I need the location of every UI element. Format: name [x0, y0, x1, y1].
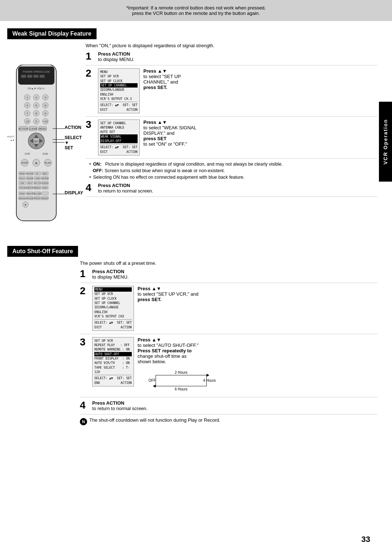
svg-text:REW: REW	[20, 173, 25, 175]
important-line1: *Important: If a remote control button d…	[15, 5, 377, 11]
step-3-weak: 3 SET UP CHANNEL ANTENNA CABLE AUTO SET …	[86, 119, 377, 159]
svg-text:8: 8	[36, 112, 37, 115]
svg-rect-5	[33, 75, 38, 78]
weak-signal-title: Weak Signal Display Feature	[7, 28, 97, 39]
svg-text:4 Hours: 4 Hours	[203, 378, 216, 382]
svg-text:STOP: STOP	[21, 162, 28, 164]
step-4-weak: 4 Press ACTION to return to normal scree…	[86, 183, 377, 197]
step1a-desc: to display MENU.	[92, 274, 377, 280]
svg-text:PROG.: PROG.	[34, 197, 41, 199]
svg-text:▲▼: ▲▼	[10, 139, 15, 141]
step3a-desc3: change shut-off time as	[138, 353, 377, 359]
svg-text:5: 5	[36, 104, 37, 107]
step3a-desc1: to select "AUTO SHUT-OFF."	[138, 343, 377, 348]
svg-text:CH▲▼ VOL+/-: CH▲▼ VOL+/-	[28, 87, 45, 90]
step1-press: Press ACTION	[98, 51, 130, 57]
step4a-desc: to return to normal screen.	[92, 406, 377, 411]
svg-text:PAUSE: PAUSE	[26, 197, 33, 199]
svg-rect-6	[40, 75, 45, 78]
note-box: N The shut-off countdown will not functi…	[80, 417, 377, 425]
step3w-desc1: to select "WEAK SIGNAL	[143, 125, 377, 130]
svg-rect-93	[42, 192, 48, 195]
svg-text:1: 1	[26, 96, 28, 99]
svg-rect-3	[21, 75, 26, 78]
svg-text:6 Hours: 6 Hours	[175, 387, 187, 391]
svg-text:CM: CM	[20, 182, 24, 184]
svg-text:0: 0	[36, 120, 37, 123]
svg-text:TITLE: TITLE	[19, 187, 25, 189]
screen-step2-weak: MENU SET UP VCR SET UP CLOCK SET UP CHAN…	[98, 68, 140, 113]
bullet-selecting: • Selecting ON has no effect on connecte…	[89, 175, 377, 180]
svg-text:●: ●	[25, 203, 26, 206]
auto-shutoff-content: The power shuts off at a preset time. 1 …	[7, 260, 377, 425]
weak-signal-steps: When "ON," picture is displayed regardle…	[80, 43, 377, 200]
auto-shutoff-title: Auto Shut-Off Feature	[7, 246, 78, 257]
timer-diagram: OFF 2 Hours 4 Hours 6 Hours	[138, 368, 377, 394]
auto-shutoff-section: Auto Shut-Off Feature The power shuts of…	[7, 246, 377, 425]
vcr-operation-tab: VCR Operation	[379, 102, 392, 182]
important-line2: press the VCR button on the remote and t…	[15, 11, 377, 16]
weak-signal-section: Weak Signal Display Feature POWER OPEN/C…	[7, 28, 377, 240]
step3a-desc2: Press SET repeatedly to	[138, 348, 192, 353]
step-2-auto: 2 MENU SET UP VCR SET UP CLOCK SET UP CH…	[80, 286, 377, 334]
step-1-weak: 1 Press ACTION to display MENU.	[86, 51, 377, 65]
svg-text:ENTER: ENTER	[41, 177, 49, 179]
weak-signal-intro: When "ON," picture is displayed regardle…	[86, 43, 377, 48]
svg-text:ACTION: ACTION	[19, 127, 28, 130]
svg-rect-4	[27, 75, 32, 78]
svg-text:7: 7	[26, 112, 28, 115]
step-4-auto: 4 Press ACTION to return to normal scree…	[80, 400, 377, 414]
step2a-desc2: press SET.	[138, 297, 162, 302]
step2-desc2: CHANNEL," and	[143, 79, 377, 85]
page-number: 33	[362, 535, 370, 544]
step3a-desc4: shown below.	[138, 359, 377, 364]
svg-text:DISP: DISP	[20, 193, 25, 195]
svg-marker-111	[153, 385, 156, 388]
bullet-off: OFF: Screen turns solid blue when signal…	[89, 168, 377, 173]
svg-text:VCR: VCR	[25, 153, 30, 155]
step4w-desc: to return to normal screen.	[98, 188, 377, 194]
svg-text:4: 4	[26, 104, 28, 107]
svg-text:MENU: MENU	[39, 127, 46, 130]
svg-text:SELECT: SELECT	[7, 135, 15, 138]
svg-marker-109	[207, 374, 209, 377]
svg-text:REC: REC	[43, 173, 48, 175]
screen-step3-auto: SET UP VCR REPEAT PLAY : OFF REMOTE WARN…	[92, 337, 134, 386]
svg-text:ANGLE: ANGLE	[19, 197, 26, 199]
svg-text:6: 6	[45, 104, 46, 107]
weak-signal-bullets: • ON: Picture is displayed regardless of…	[89, 162, 377, 180]
step3w-desc4: to set "ON" or "OFF."	[143, 141, 377, 147]
label-select: SELECT ▼	[65, 135, 82, 145]
svg-text:2: 2	[36, 96, 37, 99]
step-3-auto: 3 SET UP VCR REPEAT PLAY : OFF REMOTE WA…	[80, 337, 377, 397]
important-notice: *Important: If a remote control button d…	[0, 0, 392, 21]
svg-text:NAVI: NAVI	[42, 187, 48, 189]
step-2-weak: 2 MENU SET UP VCR SET UP CLOCK SET UP CH…	[86, 68, 377, 117]
bullet-on: • ON: Picture is displayed regardless of…	[89, 162, 377, 167]
step3w-desc3: press SET	[143, 136, 167, 141]
svg-text:2 Hours: 2 Hours	[175, 370, 187, 374]
timer-svg: OFF 2 Hours 4 Hours 6 Hours	[145, 368, 217, 393]
svg-text:MENU: MENU	[34, 187, 41, 189]
svg-text:SUBTITL: SUBTITL	[25, 187, 34, 189]
step3w-desc2: DISPLAY," and	[143, 130, 377, 136]
step1-desc: to display MENU.	[98, 57, 377, 62]
svg-text:SLO: SLO	[28, 182, 32, 184]
svg-text:DIG-SEC: DIG-SEC	[33, 193, 42, 195]
svg-text:9: 9	[45, 112, 46, 115]
svg-text:+10: +10	[43, 120, 48, 123]
svg-text:AUDIO: AUDIO	[41, 182, 48, 184]
svg-text:3: 3	[45, 96, 46, 99]
label-set: SET	[65, 145, 73, 150]
svg-text:PLAY: PLAY	[45, 162, 51, 164]
main-content: Weak Signal Display Feature POWER OPEN/C…	[0, 28, 392, 425]
svg-text:POWER OPEN/CLOSE: POWER OPEN/CLOSE	[23, 70, 50, 73]
step2-desc3: press SET.	[143, 85, 167, 90]
note-text: The shut-off countdown will not function…	[89, 417, 220, 423]
screen-step3-weak: SET UP CHANNEL ANTENNA CABLE AUTO SET WE…	[98, 119, 140, 155]
svg-text:ZOOM: ZOOM	[26, 177, 33, 179]
svg-text:GO TO: GO TO	[34, 182, 41, 184]
svg-text:SET: SET	[34, 140, 39, 143]
step-1-auto: 1 Press ACTION to display MENU.	[80, 269, 377, 283]
step2-desc1: to select "SET UP	[143, 74, 377, 79]
